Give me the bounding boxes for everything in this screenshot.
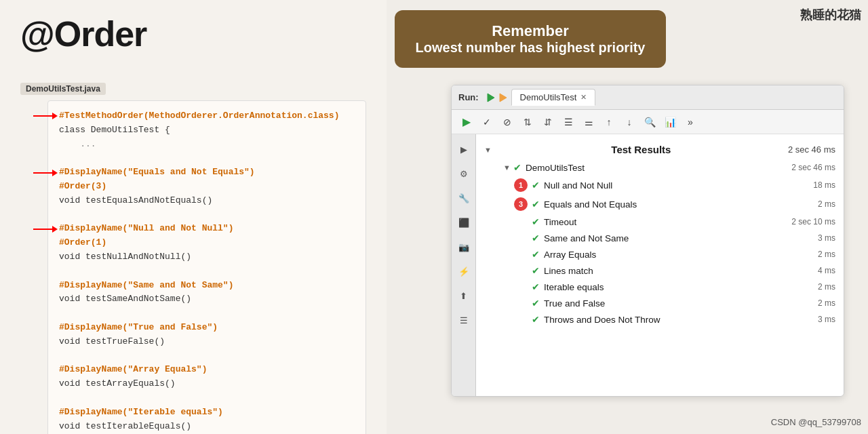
- check-array: ✔: [532, 249, 540, 260]
- test-time-true-false: 2 ms: [818, 298, 835, 308]
- check-equals: ✔: [532, 199, 540, 210]
- ide-tab-bar: Run: DemoUtilsTest ✕: [452, 85, 844, 110]
- sidebar-icon-7[interactable]: ⬆: [454, 286, 473, 305]
- test-row-null[interactable]: 1 ✔ Null and Not Null 18 ms: [476, 176, 844, 195]
- tab-name: DemoUtilsTest: [520, 92, 577, 102]
- suite-time: 2 sec 46 ms: [791, 163, 835, 172]
- arrow-1: [33, 113, 58, 119]
- code-line-6: void testEqualsAndNotEquals(): [59, 194, 355, 208]
- test-time-array: 2 ms: [818, 250, 835, 259]
- align-button1[interactable]: ☰: [559, 113, 578, 131]
- check-true-false: ✔: [532, 298, 540, 309]
- more-button[interactable]: »: [681, 113, 700, 131]
- code-line-5: #Order(3): [59, 180, 355, 194]
- test-time-same: 3 ms: [818, 233, 835, 243]
- reminder-line2: Lowest number has highest priority: [415, 40, 646, 56]
- code-line-11: void testSameAndNotSame(): [59, 292, 355, 307]
- sort-asc-button[interactable]: ⇅: [518, 113, 537, 131]
- code-line-12: #DisplayName("True and False"): [59, 321, 355, 335]
- test-row-lines[interactable]: ✔ Lines match 4 ms: [476, 262, 844, 279]
- suite-check-icon: ✔: [513, 162, 521, 173]
- test-label-null: Null and Not Null: [544, 180, 813, 191]
- check-timeout: ✔: [532, 216, 540, 227]
- test-row-throws[interactable]: ✔ Throws and Does Not Throw 3 ms: [476, 311, 844, 328]
- tree-expand-results[interactable]: ▼: [484, 146, 492, 154]
- ide-results-content[interactable]: ▼ Test Results 2 sec 46 ms ▼ ✔ DemoUtils…: [476, 134, 844, 396]
- test-label-true-false: True and False: [544, 298, 818, 309]
- test-row-same[interactable]: ✔ Same and Not Same 3 ms: [476, 230, 844, 246]
- search-button[interactable]: 🔍: [640, 113, 659, 131]
- run-button[interactable]: ▶: [457, 113, 476, 131]
- code-line-1: #TestMethodOrder(MethodOrderer.OrderAnno…: [59, 109, 339, 123]
- align-button2[interactable]: ⚌: [579, 113, 598, 131]
- sidebar-icon-3[interactable]: 🔧: [454, 189, 473, 208]
- test-row-equals[interactable]: 3 ✔ Equals and Not Equals 2 ms: [476, 195, 844, 214]
- stop-button[interactable]: ⊘: [498, 113, 517, 131]
- code-line-8: #Order(1): [59, 236, 355, 250]
- code-line-2: class DemoUtilsTest {: [59, 123, 355, 138]
- reminder-line1: Remember: [415, 22, 646, 40]
- test-label-same: Same and Not Same: [544, 233, 818, 243]
- suite-row[interactable]: ▼ ✔ DemoUtilsTest 2 sec 46 ms: [476, 159, 844, 176]
- code-line-13: void testTrueFalse(): [59, 335, 355, 349]
- code-line-7: #DisplayName("Null and Not Null"): [59, 222, 233, 236]
- suite-label: DemoUtilsTest: [526, 163, 791, 173]
- code-line-14: #DisplayName("Array Equals"): [59, 363, 355, 377]
- export-button[interactable]: 📊: [660, 113, 679, 131]
- test-label-equals: Equals and Not Equals: [544, 199, 818, 210]
- test-row-true-false[interactable]: ✔ True and False 2 ms: [476, 295, 844, 311]
- ide-sidebar: ▶ ⚙ 🔧 ⬛ 📷 ⚡ ⬆ ☰: [452, 134, 476, 396]
- down-button[interactable]: ↓: [620, 113, 639, 131]
- test-label-iterable: Iterable equals: [544, 282, 818, 292]
- test-time-timeout: 2 sec 10 ms: [791, 217, 835, 226]
- sidebar-icon-5[interactable]: 📷: [454, 237, 473, 256]
- code-line-15: void testArrayEquals(): [59, 377, 355, 391]
- code-line-16: #DisplayName("Iterable equals"): [59, 406, 355, 420]
- ide-toolbar: ▶ ✓ ⊘ ⇅ ⇵ ☰ ⚌ ↑ ↓ 🔍 📊 »: [452, 110, 844, 134]
- play-icon: [486, 93, 507, 102]
- sidebar-icon-2[interactable]: ⚙: [454, 164, 473, 183]
- sidebar-icon-8[interactable]: ☰: [454, 311, 473, 330]
- arrow-2: [33, 170, 58, 176]
- test-label-timeout: Timeout: [544, 217, 791, 227]
- file-label: DemoUtilsTest.java: [20, 83, 106, 95]
- check-same: ✔: [532, 233, 540, 243]
- check-button[interactable]: ✓: [477, 113, 496, 131]
- test-row-timeout[interactable]: ✔ Timeout 2 sec 10 ms: [476, 214, 844, 230]
- test-results-header: ▼ Test Results 2 sec 46 ms: [476, 140, 844, 159]
- up-button[interactable]: ↑: [599, 113, 618, 131]
- test-time-null: 18 ms: [813, 180, 835, 190]
- svg-marker-0: [488, 94, 494, 102]
- code-line-4: #DisplayName("Equals and Not Equals"): [59, 165, 255, 180]
- sort-desc-button[interactable]: ⇵: [538, 113, 557, 131]
- test-row-iterable[interactable]: ✔ Iterable equals 2 ms: [476, 279, 844, 295]
- watermark-bottom-right: CSDN @qq_53799708: [771, 417, 861, 427]
- watermark-top-right: 熟睡的花猫: [800, 7, 861, 23]
- code-line-10: #DisplayName("Same and Not Same"): [59, 279, 355, 293]
- tab-close-icon[interactable]: ✕: [580, 93, 587, 102]
- left-panel: @Order DemoUtilsTest.java #TestMethodOrd…: [0, 0, 387, 434]
- reminder-box: Remember Lowest number has highest prior…: [395, 10, 666, 68]
- code-area: #TestMethodOrder(MethodOrderer.OrderAnno…: [47, 100, 366, 434]
- check-throws: ✔: [532, 314, 540, 325]
- suite-expand-icon[interactable]: ▼: [503, 163, 511, 172]
- check-null: ✔: [532, 180, 540, 191]
- code-line-9: void testNullAndNotNull(): [59, 250, 355, 264]
- check-iterable: ✔: [532, 281, 540, 292]
- test-time-lines: 4 ms: [818, 266, 835, 275]
- test-time-throws: 3 ms: [818, 315, 835, 324]
- test-label-lines: Lines match: [544, 266, 818, 276]
- sidebar-icon-4[interactable]: ⬛: [454, 213, 473, 232]
- sidebar-icon-6[interactable]: ⚡: [454, 262, 473, 281]
- check-lines: ✔: [532, 265, 540, 276]
- arrow-3: [33, 226, 58, 233]
- ide-panel: Run: DemoUtilsTest ✕ ▶ ✓ ⊘ ⇅ ⇵ ☰ ⚌ ↑ ↓ 🔍…: [451, 85, 844, 397]
- test-time-equals: 2 ms: [818, 199, 835, 209]
- sidebar-icon-1[interactable]: ▶: [454, 140, 473, 159]
- code-area-wrapper: #TestMethodOrder(MethodOrderer.OrderAnno…: [47, 100, 366, 434]
- test-label-throws: Throws and Does Not Throw: [544, 315, 818, 325]
- page-title: @Order: [20, 14, 366, 54]
- test-time-iterable: 2 ms: [818, 282, 835, 292]
- test-row-array[interactable]: ✔ Array Equals 2 ms: [476, 246, 844, 262]
- active-tab[interactable]: DemoUtilsTest ✕: [511, 89, 596, 106]
